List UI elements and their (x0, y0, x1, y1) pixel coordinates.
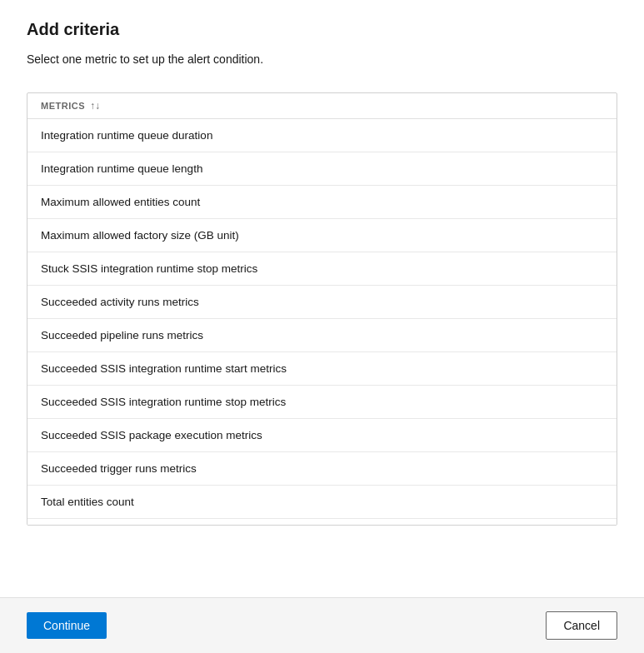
metrics-list-item[interactable]: Stuck SSIS integration runtime stop metr… (27, 252, 617, 286)
dialog-body: METRICS ↑↓ Integration runtime queue dur… (0, 92, 644, 597)
metrics-list-item[interactable]: Succeeded activity runs metrics (27, 286, 617, 319)
metrics-column-label: METRICS (41, 101, 85, 111)
metrics-list-item[interactable]: Integration runtime queue length (27, 152, 617, 186)
add-criteria-dialog: Add criteria Select one metric to set up… (0, 0, 644, 653)
dialog-title: Add criteria (27, 20, 617, 39)
dialog-footer: Continue Cancel (0, 597, 644, 653)
sort-icon[interactable]: ↑↓ (90, 100, 100, 112)
metrics-list-item[interactable]: Succeeded trigger runs metrics (27, 452, 617, 486)
metrics-list-item[interactable]: Maximum allowed factory size (GB unit) (27, 219, 617, 252)
metrics-items-container: Integration runtime queue durationIntegr… (27, 119, 617, 526)
metrics-list-item[interactable]: Succeeded SSIS package execution metrics (27, 419, 617, 452)
dialog-header: Add criteria Select one metric to set up… (0, 0, 644, 92)
metrics-list-item[interactable]: Succeeded SSIS integration runtime start… (27, 352, 617, 386)
metrics-header: METRICS ↑↓ (27, 93, 617, 119)
cancel-button[interactable]: Cancel (546, 611, 617, 640)
metrics-list: METRICS ↑↓ Integration runtime queue dur… (27, 92, 617, 526)
metrics-list-item[interactable]: Maximum allowed entities count (27, 186, 617, 219)
metrics-list-item[interactable]: Integration runtime queue duration (27, 119, 617, 152)
metrics-list-item[interactable]: Total entities count (27, 486, 617, 519)
metrics-list-item[interactable]: Succeeded pipeline runs metrics (27, 319, 617, 352)
continue-button[interactable]: Continue (27, 612, 107, 639)
metrics-list-item[interactable]: Succeeded SSIS integration runtime stop … (27, 386, 617, 419)
dialog-subtitle: Select one metric to set up the alert co… (27, 52, 617, 66)
metrics-list-item[interactable]: Total factory size (GB unit) (27, 519, 617, 526)
